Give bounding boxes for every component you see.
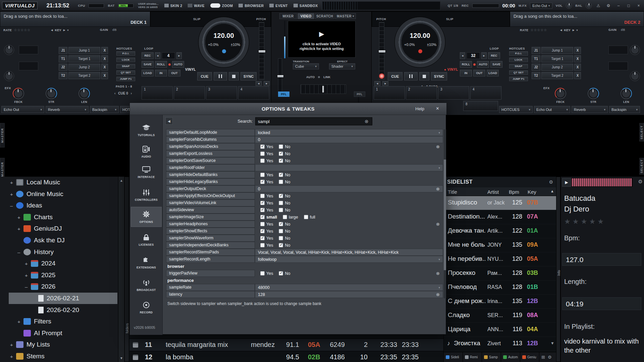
jump-key-button[interactable]: J2 (59, 64, 67, 71)
tree-expander[interactable]: + (10, 191, 16, 197)
sync-button[interactable]: SYNC (240, 72, 257, 80)
left-pfl-button[interactable]: PFL (278, 92, 289, 97)
sync-button[interactable]: SYNC (431, 72, 447, 80)
loop-arrow-button[interactable]: ► (481, 52, 487, 59)
key-up-button[interactable]: ► (572, 28, 575, 32)
dialog-sidebar-item-audio[interactable]: AUDIO (131, 142, 162, 162)
no-checkbox[interactable] (279, 236, 283, 240)
jump-label-button[interactable]: Jump 2 (68, 64, 100, 71)
event-button[interactable]: EVENT (269, 4, 288, 8)
tree-item-ideas[interactable]: –Ideas (9, 200, 117, 211)
dialog-close-icon[interactable]: × (436, 106, 439, 112)
sidelist-row[interactable]: Мне не боль...JONY13509A (444, 238, 556, 252)
fx-slot-dropdown-reverb[interactable]: Reverb▾ (46, 106, 89, 113)
loop-out-button[interactable]: OUT (473, 70, 485, 76)
tree-expander[interactable]: + (10, 354, 16, 359)
jump-clear-button[interactable]: X (101, 64, 108, 71)
deck2-sync-indicator[interactable] (379, 73, 384, 79)
yes-checkbox[interactable] (260, 152, 265, 156)
hotcue-option-jump-p1[interactable]: JUMP P1 (509, 77, 528, 81)
fx-slot-dropdown-echo-out[interactable]: Echo Out▾ (1, 106, 44, 113)
minimize-button[interactable]: – (615, 3, 622, 8)
jump-label-button[interactable]: Target 1 (68, 55, 100, 62)
loop-save-button[interactable]: SAVE (142, 61, 154, 68)
jump-key-button[interactable]: J1 (59, 47, 67, 54)
tree-item-2026-02-21[interactable]: 2026-02-21 (9, 293, 117, 304)
knob-str[interactable] (588, 88, 599, 99)
tree-item-ask-the-dj[interactable]: Ask the DJ (9, 235, 117, 246)
no-checkbox[interactable] (279, 144, 283, 149)
clear-setting-icon[interactable]: ⊗ (436, 186, 440, 191)
jump-label-button[interactable]: Target 1 (541, 55, 573, 62)
clear-setting-icon[interactable]: ⊗ (436, 271, 440, 276)
deck2-jog-wheel[interactable]: 120.00 +0.0% ±10% (394, 17, 445, 68)
loop-auto-button[interactable]: AUTO (172, 61, 184, 68)
maximize-button[interactable]: □ (625, 3, 632, 8)
dialog-sidebar-item-licenses[interactable]: LICENSES (131, 230, 162, 250)
hotcue-option-lock[interactable]: LOCK (509, 58, 528, 62)
setting-value[interactable]: 128 (255, 291, 443, 298)
tree-item-history[interactable]: –History (9, 246, 117, 258)
loop-roll-button[interactable]: ROLL (155, 61, 167, 68)
yes-checkbox[interactable] (260, 159, 265, 163)
deck1-filter-knob[interactable] (4, 45, 14, 55)
quantize-label[interactable]: QT 1/8 (448, 4, 458, 7)
dialog-titlebar[interactable]: OPTIONS & TWEAKS Help × (130, 103, 446, 115)
hotcue-option-snap[interactable]: SNAP (116, 64, 135, 68)
no-checkbox[interactable] (279, 243, 283, 247)
no-checkbox[interactable] (279, 271, 283, 276)
tree-item-local-music[interactable]: +Local Music (9, 177, 117, 188)
jump-key-button[interactable]: T1 (59, 55, 67, 62)
tree-expander[interactable]: + (25, 261, 31, 266)
sideview-tab-autom[interactable]: Autom (501, 352, 520, 362)
setting-value[interactable]: followloop▾ (255, 256, 443, 263)
fx-slot-dropdown-echo-out[interactable]: Echo Out▾ (534, 106, 570, 113)
info-gear-icon[interactable]: ⚙ (638, 179, 643, 185)
sidelist-row[interactable]: Не перебив...NYU...12005A (444, 252, 556, 266)
tree-item-2025[interactable]: +2025 (9, 269, 117, 281)
deck2-filter-knob[interactable] (630, 45, 640, 55)
fader-thumb[interactable] (277, 75, 284, 78)
scroll-up-icon[interactable]: ▲ (118, 179, 124, 182)
pause-button[interactable] (214, 72, 227, 80)
hotcue-option-p-o-i[interactable]: P.O.I. (116, 51, 135, 56)
loop-rec-button[interactable]: REC (142, 52, 154, 59)
yes-checkbox[interactable] (260, 236, 265, 240)
clear-setting-icon[interactable]: ⊗ (436, 144, 440, 149)
sideview-tab-sideli[interactable]: Sideli (444, 352, 463, 362)
tree-item-my-lists[interactable]: +My Lists (9, 339, 117, 350)
jump-key-button[interactable]: J1 (532, 47, 540, 54)
hotcue-option-jump-p1[interactable]: JUMP P1 (116, 77, 135, 81)
knob-fbck[interactable] (555, 88, 566, 99)
select-side-tab[interactable]: SELECT (639, 158, 644, 175)
tree-expander[interactable]: + (25, 273, 31, 278)
no-checkbox[interactable] (279, 222, 283, 226)
hotcue-option-qt-set[interactable]: QT SET (509, 70, 528, 75)
sideview-gear-icon[interactable]: ⚙ (548, 355, 552, 360)
pad-button-4[interactable]: 4 (470, 86, 501, 100)
setting-value[interactable]: ▾ (255, 164, 443, 171)
warning-icon[interactable]: ⚠ (595, 3, 602, 8)
deck1-fx-slot-1[interactable] (19, 46, 38, 54)
volume-knob[interactable] (566, 3, 572, 9)
tree-expander[interactable]: + (17, 226, 23, 232)
mixer-tab-mixer[interactable]: MIXER (279, 13, 297, 19)
jump-clear-button[interactable]: X (574, 55, 581, 62)
sidelist-row[interactable]: СладкоSER...11908A (444, 309, 556, 323)
deck1-fx-knob[interactable] (4, 71, 14, 81)
deck2-title-area[interactable]: Drag a song on this deck to loa... DECK … (510, 11, 644, 27)
jump-key-button[interactable]: T2 (59, 72, 67, 79)
deck2-fx-slot-1[interactable] (608, 46, 628, 54)
pitch-slider-thumb[interactable] (378, 50, 386, 53)
track-row[interactable]: 11tequila margarita mixmendez91.105A6249… (129, 339, 443, 351)
jump-clear-button[interactable]: X (101, 72, 108, 79)
chevron-down-icon[interactable]: ▾ (576, 28, 578, 32)
close-button[interactable]: × (635, 3, 642, 8)
tree-expander[interactable]: + (17, 215, 23, 220)
yes-checkbox[interactable] (260, 229, 265, 233)
cue-button[interactable]: CUE (388, 72, 402, 80)
yes-checkbox[interactable] (260, 173, 265, 177)
loop-rec-button[interactable]: REC (488, 52, 500, 59)
sidelist-row[interactable]: ПчеловодRASA12801B (444, 281, 556, 295)
dialog-scrollbar[interactable] (444, 129, 446, 298)
